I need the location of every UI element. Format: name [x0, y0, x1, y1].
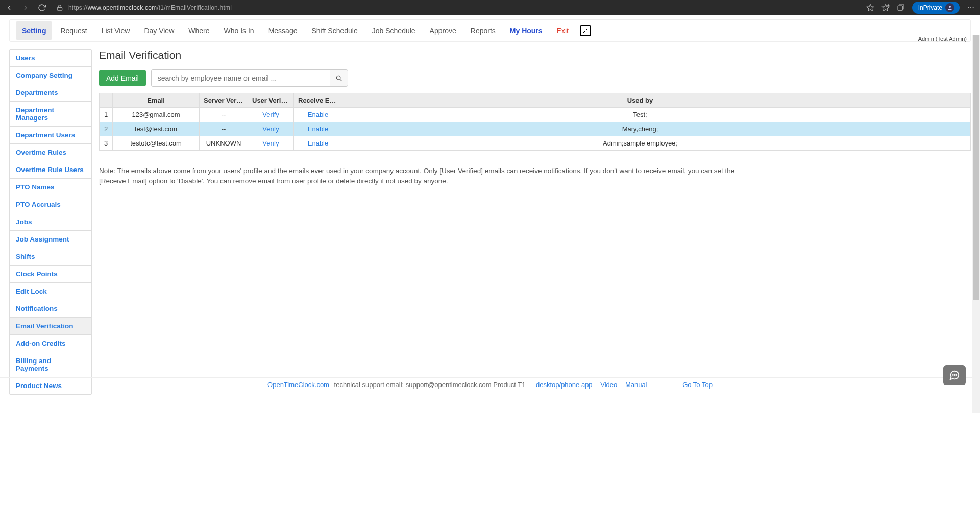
enable-link[interactable]: Enable	[308, 125, 328, 133]
table-row[interactable]: 3testotc@test.comUNKNOWNVerifyEnableAdmi…	[100, 136, 971, 151]
verify-link[interactable]: Verify	[262, 139, 279, 147]
svg-point-14	[956, 375, 957, 375]
tab-reports[interactable]: Reports	[464, 21, 502, 40]
tab-who-is-in[interactable]: Who Is In	[218, 21, 260, 40]
add-email-button[interactable]: Add Email	[99, 70, 146, 86]
table-row[interactable]: 2test@test.com--VerifyEnableMary,cheng;	[100, 122, 971, 136]
footer: OpenTimeClock.com technical support emai…	[0, 377, 980, 392]
cell-used-by: Mary,cheng;	[342, 122, 938, 136]
cell-end	[938, 108, 971, 122]
favorites-icon[interactable]	[881, 4, 890, 12]
more-icon[interactable]	[967, 4, 975, 12]
forward-icon[interactable]	[21, 4, 30, 12]
collections-icon[interactable]	[897, 4, 905, 12]
search-input[interactable]	[151, 69, 330, 87]
cell-server-verified: --	[200, 122, 248, 136]
sidebar-item-jobs[interactable]: Jobs	[10, 213, 91, 231]
tab-approve[interactable]: Approve	[424, 21, 462, 40]
sidebar-item-overtime-rules[interactable]: Overtime Rules	[10, 144, 91, 161]
star-add-icon[interactable]	[866, 4, 874, 12]
cell-server-verified: --	[200, 108, 248, 122]
cell-index: 3	[100, 136, 113, 151]
browser-chrome-bar: https://www.opentimeclock.com/t1/mEmailV…	[0, 0, 980, 15]
tab-where[interactable]: Where	[182, 21, 215, 40]
svg-point-9	[973, 7, 974, 8]
url-text: https://www.opentimeclock.com/t1/mEmailV…	[68, 4, 232, 11]
verify-link[interactable]: Verify	[262, 111, 279, 118]
sidebar-item-shifts[interactable]: Shifts	[10, 248, 91, 266]
back-icon[interactable]	[5, 4, 13, 12]
scrollbar-thumb[interactable]	[973, 35, 979, 300]
th-used-by[interactable]: Used by	[342, 93, 938, 108]
sidebar-item-email-verification[interactable]: Email Verification	[10, 318, 91, 335]
footer-link-manual[interactable]: Manual	[625, 381, 647, 389]
tab-setting[interactable]: Setting	[16, 21, 52, 40]
sidebar-item-company-setting[interactable]: Company Setting	[10, 67, 91, 84]
sidebar-item-clock-points[interactable]: Clock Points	[10, 266, 91, 283]
avatar-icon	[945, 3, 954, 12]
svg-point-8	[970, 7, 971, 8]
sidebar-item-pto-accruals[interactable]: PTO Accruals	[10, 196, 91, 213]
lock-icon	[56, 4, 63, 11]
cell-used-by: Test;	[342, 108, 938, 122]
address-bar[interactable]: https://www.opentimeclock.com/t1/mEmailV…	[56, 4, 866, 11]
page-title: Email Verification	[99, 49, 971, 61]
search-icon	[335, 75, 342, 82]
sidebar-item-department-users[interactable]: Department Users	[10, 127, 91, 144]
sidebar-item-users[interactable]: Users	[10, 50, 91, 67]
cell-email: 123@gmail.com	[113, 108, 200, 122]
footer-go-to-top[interactable]: Go To Top	[682, 381, 713, 389]
tab-my-hours[interactable]: My Hours	[504, 21, 549, 40]
fullscreen-icon[interactable]	[580, 25, 591, 36]
sidebar-item-job-assignment[interactable]: Job Assignment	[10, 231, 91, 248]
sidebar-item-add-on-credits[interactable]: Add-on Credits	[10, 335, 91, 352]
verify-link[interactable]: Verify	[262, 125, 279, 133]
sidebar-item-pto-names[interactable]: PTO Names	[10, 179, 91, 196]
sidebar-item-edit-lock[interactable]: Edit Lock	[10, 283, 91, 300]
tab-exit[interactable]: Exit	[551, 21, 575, 40]
sidebar-item-notifications[interactable]: Notifications	[10, 300, 91, 318]
cell-index: 1	[100, 108, 113, 122]
th-email[interactable]: Email	[113, 93, 200, 108]
table-row[interactable]: 1123@gmail.com--VerifyEnableTest;	[100, 108, 971, 122]
sidebar-item-department-managers[interactable]: Department Managers	[10, 102, 91, 127]
tab-request[interactable]: Request	[54, 21, 93, 40]
enable-link[interactable]: Enable	[308, 139, 328, 147]
admin-label: Admin (Test Admin)	[918, 36, 967, 42]
chat-icon	[949, 370, 960, 381]
svg-point-6	[949, 6, 951, 8]
sidebar-item-departments[interactable]: Departments	[10, 84, 91, 102]
tab-shift-schedule[interactable]: Shift Schedule	[305, 21, 363, 40]
sidebar: UsersCompany SettingDepartmentsDepartmen…	[9, 49, 92, 395]
sidebar-item-overtime-rule-users[interactable]: Overtime Rule Users	[10, 161, 91, 179]
cell-index: 2	[100, 122, 113, 136]
th-user-verified[interactable]: User Verified	[248, 93, 294, 108]
search-button[interactable]	[330, 69, 348, 87]
th-end	[938, 93, 971, 108]
sidebar-item-billing-and-payments[interactable]: Billing and Payments	[10, 352, 91, 377]
svg-marker-1	[867, 4, 873, 11]
footer-link-video[interactable]: Video	[600, 381, 617, 389]
refresh-icon[interactable]	[38, 4, 46, 12]
tab-message[interactable]: Message	[262, 21, 304, 40]
tab-list-view[interactable]: List View	[95, 21, 136, 40]
cell-email: test@test.com	[113, 122, 200, 136]
inprivate-button[interactable]: InPrivate	[912, 2, 960, 14]
scrollbar[interactable]	[972, 35, 980, 413]
svg-point-7	[968, 7, 969, 8]
chat-button[interactable]	[943, 365, 966, 385]
cell-end	[938, 122, 971, 136]
svg-rect-0	[57, 7, 62, 10]
tab-job-schedule[interactable]: Job Schedule	[366, 21, 422, 40]
enable-link[interactable]: Enable	[308, 111, 328, 118]
svg-point-10	[336, 76, 340, 80]
th-server-verified[interactable]: Server Verified	[200, 93, 248, 108]
footer-link-app[interactable]: desktop/phone app	[536, 381, 593, 389]
footer-brand-link[interactable]: OpenTimeClock.com	[267, 381, 329, 389]
th-receive-email[interactable]: Receive Email	[294, 93, 342, 108]
svg-rect-5	[898, 6, 902, 10]
cell-server-verified: UNKNOWN	[200, 136, 248, 151]
note-text: Note: The emails above come from your us…	[99, 166, 755, 186]
tab-day-view[interactable]: Day View	[138, 21, 180, 40]
inprivate-label: InPrivate	[918, 4, 942, 11]
